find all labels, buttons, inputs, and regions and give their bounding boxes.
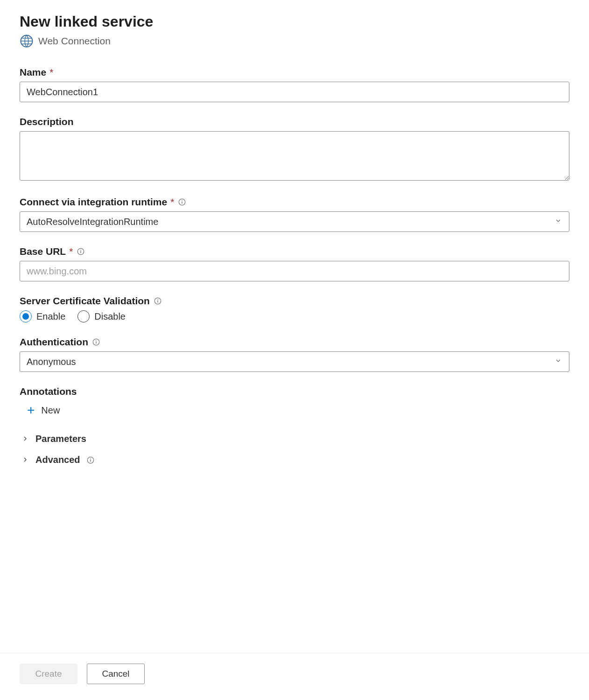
radio-disable[interactable]: Disable [77, 310, 126, 322]
radio-enable[interactable]: Enable [20, 310, 65, 322]
footer: Create Cancel [0, 653, 589, 700]
authentication-label: Authentication [20, 336, 569, 348]
field-group-description: Description [20, 116, 569, 182]
field-group-name: Name * [20, 67, 569, 102]
accordion-parameters-label: Parameters [35, 434, 86, 444]
authentication-label-text: Authentication [20, 336, 88, 348]
subtitle: Web Connection [38, 35, 111, 47]
info-icon[interactable] [153, 296, 162, 306]
description-label: Description [20, 116, 569, 127]
linked-service-panel: New linked service Web Connection Name *… [0, 0, 589, 654]
field-group-annotations: Annotations + New [20, 386, 569, 420]
base-url-label-text: Base URL [20, 246, 66, 257]
name-label-text: Name [20, 67, 46, 78]
required-asterisk: * [170, 196, 174, 208]
field-group-authentication: Authentication Anonymous [20, 336, 569, 372]
svg-point-5 [81, 250, 82, 251]
base-url-input[interactable] [20, 261, 569, 281]
cancel-button[interactable]: Cancel [87, 664, 145, 684]
svg-point-2 [182, 200, 183, 201]
page-title: New linked service [20, 13, 569, 30]
description-label-text: Description [20, 116, 74, 127]
svg-point-11 [96, 340, 97, 341]
integration-runtime-label-text: Connect via integration runtime [20, 196, 167, 208]
svg-rect-6 [81, 251, 81, 253]
field-group-integration-runtime: Connect via integration runtime * AutoRe… [20, 196, 569, 232]
required-asterisk: * [49, 67, 53, 78]
svg-rect-9 [157, 301, 158, 303]
create-button[interactable]: Create [20, 664, 77, 684]
accordion-advanced-label: Advanced [35, 455, 80, 465]
integration-runtime-select[interactable]: AutoResolveIntegrationRuntime [20, 211, 569, 232]
field-group-server-cert: Server Certificate Validation Enable Dis… [20, 295, 569, 322]
globe-icon [20, 34, 34, 48]
plus-icon: + [27, 404, 35, 417]
radio-enable-circle [20, 310, 32, 322]
add-annotation-button[interactable]: + New [23, 401, 63, 420]
radio-disable-circle [77, 310, 90, 322]
integration-runtime-label: Connect via integration runtime * [20, 196, 569, 208]
svg-point-14 [90, 458, 91, 459]
svg-rect-3 [182, 202, 182, 204]
svg-point-8 [157, 299, 158, 300]
subtitle-row: Web Connection [20, 34, 569, 48]
authentication-select[interactable]: Anonymous [20, 351, 569, 372]
base-url-label: Base URL * [20, 246, 569, 257]
svg-rect-15 [90, 459, 91, 462]
chevron-right-icon [21, 435, 30, 443]
radio-enable-text: Enable [36, 311, 65, 322]
accordion-parameters[interactable]: Parameters [21, 434, 569, 444]
required-asterisk: * [69, 246, 73, 257]
info-icon[interactable] [86, 455, 95, 465]
chevron-right-icon [21, 456, 30, 464]
info-icon[interactable] [76, 247, 85, 256]
server-cert-label: Server Certificate Validation [20, 295, 569, 307]
svg-rect-12 [96, 342, 96, 344]
info-icon[interactable] [177, 197, 187, 207]
server-cert-label-text: Server Certificate Validation [20, 295, 150, 307]
name-input[interactable] [20, 82, 569, 102]
radio-disable-text: Disable [94, 311, 126, 322]
field-group-base-url: Base URL * [20, 246, 569, 281]
annotations-label-text: Annotations [20, 386, 77, 397]
add-annotation-text: New [41, 405, 60, 416]
annotations-label: Annotations [20, 386, 569, 397]
description-textarea[interactable] [20, 131, 569, 181]
info-icon[interactable] [91, 337, 101, 347]
name-label: Name * [20, 67, 569, 78]
accordion-advanced[interactable]: Advanced [21, 455, 569, 465]
